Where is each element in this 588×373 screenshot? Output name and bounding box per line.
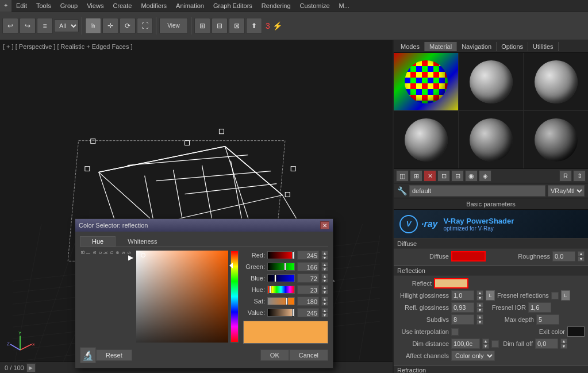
blue-spinner[interactable]: ▲ ▼ [321, 274, 328, 283]
green-spinner[interactable]: ▲ ▼ [321, 262, 328, 271]
roughness-input[interactable] [552, 251, 575, 262]
exit-color-swatch[interactable] [567, 326, 585, 337]
menu-edit[interactable]: Edit [11, 0, 32, 11]
diffuse-color-swatch[interactable] [451, 251, 486, 262]
sat-track[interactable] [267, 297, 295, 305]
dim-dist-down[interactable]: ▼ [482, 344, 489, 349]
refl-gloss-input[interactable] [451, 302, 474, 313]
green-spin-up[interactable]: ▲ [321, 262, 328, 267]
menu-more[interactable]: M... [335, 0, 354, 11]
val-spinner[interactable]: ▲ ▼ [321, 308, 328, 317]
mat-preview-6[interactable] [524, 111, 588, 168]
val-spin-up[interactable]: ▲ [321, 308, 328, 313]
hue-spinner[interactable]: ▲ ▼ [321, 285, 328, 294]
dim-falloff-spinner[interactable]: ▲ ▼ [560, 339, 567, 349]
subdivs-up[interactable]: ▲ [476, 314, 483, 320]
menu-customize[interactable]: Customize [295, 0, 335, 11]
blue-spin-up[interactable]: ▲ [321, 274, 328, 278]
toolbar-redo[interactable]: ↪ [20, 18, 36, 34]
toolbar-snap[interactable]: ⊞ [194, 18, 210, 34]
rt-btn-6[interactable]: ◈ [479, 170, 491, 182]
blue-spin-down[interactable]: ▼ [321, 278, 328, 283]
hilight-up[interactable]: ▲ [476, 290, 483, 295]
rt-btn-5[interactable]: ◉ [465, 170, 478, 182]
sat-spinner[interactable]: ▲ ▼ [321, 297, 328, 306]
subdivs-spinner[interactable]: ▲ ▼ [476, 314, 483, 325]
toolbar-view-btn[interactable]: View [159, 18, 188, 34]
use-interp-checkbox[interactable] [451, 328, 459, 336]
toolbar-mirror[interactable]: ⊠ [229, 18, 245, 34]
toolbar-extra[interactable]: ≡ [37, 18, 53, 34]
hue-slider[interactable] [230, 251, 239, 343]
menu-views[interactable]: Views [82, 0, 108, 11]
dim-dist-spinner[interactable]: ▲ ▼ [482, 339, 489, 349]
dim-dist-checkbox[interactable] [491, 340, 499, 348]
red-spinner[interactable]: ▲ ▼ [321, 251, 328, 260]
rt-btn-3[interactable]: ⊡ [437, 170, 450, 182]
toolbar-array[interactable]: ⬆ [246, 18, 262, 34]
selection-mode-select[interactable]: All [54, 20, 79, 32]
eyedropper-btn[interactable]: 🔬 [80, 347, 96, 363]
green-slider-track[interactable] [267, 263, 295, 271]
subdivs-input[interactable] [451, 314, 474, 325]
green-spin-down[interactable]: ▼ [321, 267, 328, 271]
mat-type-dropdown[interactable]: VRayMtl [548, 185, 585, 197]
val-track[interactable] [267, 309, 295, 317]
refl-down[interactable]: ▼ [476, 307, 483, 313]
tab-whiteness[interactable]: Whiteness [116, 236, 169, 247]
fresnel-ior-input[interactable] [528, 302, 551, 313]
toolbar-undo[interactable]: ↩ [2, 18, 18, 34]
dim-falloff-up[interactable]: ▲ [560, 339, 567, 344]
dim-falloff-input[interactable] [535, 339, 558, 349]
menu-animation[interactable]: Animation [171, 0, 209, 11]
sat-spin-up[interactable]: ▲ [321, 297, 328, 301]
hilight-spinner[interactable]: ▲ ▼ [476, 290, 483, 301]
mat-preview-3[interactable] [524, 53, 588, 110]
subdivs-down[interactable]: ▼ [476, 320, 483, 325]
rt-btn-1[interactable]: ◫ [396, 170, 409, 182]
blue-slider-track[interactable] [267, 274, 295, 282]
dim-falloff-down[interactable]: ▼ [560, 344, 567, 349]
max-depth-input[interactable] [536, 314, 559, 325]
red-spin-down[interactable]: ▼ [321, 255, 328, 260]
reflect-color-swatch[interactable] [434, 278, 468, 289]
rt-btn-4[interactable]: ⊟ [451, 170, 464, 182]
toolbar-rotate[interactable]: ⟳ [120, 18, 136, 34]
mat-preview-2[interactable] [459, 53, 523, 110]
sat-spin-down[interactable]: ▼ [321, 301, 328, 306]
tab-material[interactable]: Material [425, 42, 457, 51]
menu-modifiers[interactable]: Modifiers [136, 0, 171, 11]
section-diffuse[interactable]: Diffuse [394, 239, 588, 249]
mat-name-input[interactable] [409, 185, 545, 197]
toolbar-select-btn[interactable]: 🖱 [85, 18, 101, 34]
color-gradient-box[interactable] [136, 251, 228, 343]
rt-btn-2[interactable]: ⊞ [410, 170, 422, 182]
section-refraction[interactable]: Refraction [394, 365, 588, 373]
roughness-up[interactable]: ▲ [578, 251, 585, 256]
rt-btn-delete[interactable]: ✕ [424, 170, 436, 182]
dim-dist-up[interactable]: ▲ [482, 339, 489, 344]
hue-spin-down[interactable]: ▼ [321, 290, 328, 294]
status-arrow-btn[interactable]: ▶ [26, 363, 36, 372]
tab-navigation[interactable]: Navigation [457, 42, 497, 51]
menu-create[interactable]: Create [108, 0, 136, 11]
mat-preview-5[interactable] [459, 111, 523, 168]
mat-preview-checker[interactable] [394, 53, 458, 110]
affect-channels-select[interactable]: Color only [451, 351, 495, 361]
rt-btn-scroll[interactable]: ⇕ [573, 170, 586, 182]
reset-button[interactable]: Reset [96, 349, 132, 361]
dim-dist-input[interactable] [451, 339, 480, 349]
fresnel-checkbox[interactable] [551, 292, 559, 299]
tab-modes[interactable]: Modes [396, 42, 425, 51]
menu-group[interactable]: Group [56, 0, 83, 11]
refl-spinner[interactable]: ▲ ▼ [476, 302, 483, 313]
red-spin-up[interactable]: ▲ [321, 251, 328, 255]
roughness-down[interactable]: ▼ [578, 256, 585, 262]
viewport-3d[interactable]: [ + ] [ Perspective ] [ Realistic + Edge… [0, 40, 393, 373]
section-reflection[interactable]: Reflection [394, 266, 588, 276]
hilight-l-btn[interactable]: L [486, 290, 495, 301]
hue-spin-up[interactable]: ▲ [321, 285, 328, 290]
toolbar-scale[interactable]: ⛶ [137, 18, 153, 34]
val-spin-down[interactable]: ▼ [321, 313, 328, 317]
roughness-spinner[interactable]: ▲ ▼ [578, 251, 585, 262]
